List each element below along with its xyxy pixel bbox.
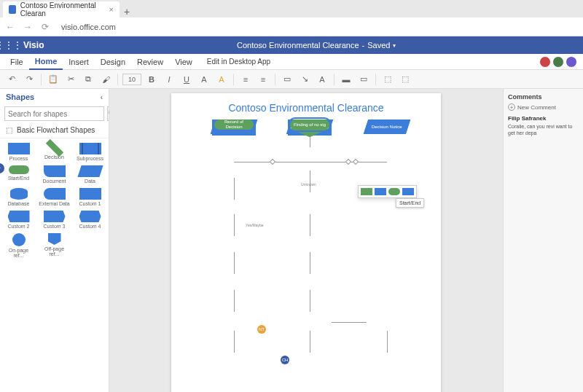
- shape-preview: [79, 188, 101, 200]
- back-icon[interactable]: ←: [4, 22, 16, 32]
- shape-stencil-item[interactable]: Custom 2: [1, 209, 36, 230]
- shape-preview: [44, 165, 66, 177]
- shape-stencil-item[interactable]: External Data: [37, 187, 71, 208]
- arrange-icon[interactable]: ⬚: [380, 72, 395, 87]
- align-icon[interactable]: ≡: [256, 72, 270, 87]
- comment-badge[interactable]: NT: [257, 325, 266, 334]
- connector[interactable]: [310, 214, 310, 236]
- connector-tool-icon[interactable]: ↘: [297, 72, 312, 87]
- browser-tab[interactable]: Contoso Environmental Clearan ×: [3, 1, 120, 17]
- tab-file[interactable]: File: [4, 54, 29, 70]
- quick-shapes-popup: [358, 185, 417, 198]
- shape-stencil-item[interactable]: Decision: [37, 141, 71, 162]
- paste-icon[interactable]: 📋: [46, 72, 60, 87]
- connector[interactable]: [234, 331, 235, 353]
- connection-handle[interactable]: [345, 159, 351, 165]
- node-record-decision[interactable]: Record of Decision: [214, 119, 254, 130]
- avatar[interactable]: [566, 56, 577, 68]
- copy-icon[interactable]: ⧉: [81, 72, 95, 87]
- connector[interactable]: [310, 252, 310, 274]
- redo-icon[interactable]: ↷: [22, 72, 36, 87]
- shape-stencil-item[interactable]: Off-page ref...: [37, 232, 71, 259]
- forward-icon[interactable]: →: [22, 22, 34, 32]
- app-launcher-icon[interactable]: ⋮⋮⋮: [0, 36, 17, 54]
- browser-tab-strip: Contoso Environmental Clearan × +: [0, 0, 583, 17]
- url-text[interactable]: visio.office.com: [57, 23, 579, 31]
- connector[interactable]: [310, 290, 310, 312]
- avatar[interactable]: [552, 56, 564, 68]
- new-tab-button[interactable]: +: [120, 6, 134, 17]
- align-icon[interactable]: ≡: [238, 72, 253, 87]
- shape-stencil-item[interactable]: Subprocess: [73, 141, 107, 162]
- italic-icon[interactable]: I: [162, 72, 176, 87]
- shape-preview: [48, 233, 61, 245]
- shape-stencil-item[interactable]: Data: [73, 164, 107, 185]
- connector[interactable]: [310, 170, 310, 192]
- comments-title: Comments: [508, 93, 579, 101]
- refresh-icon[interactable]: ⟳: [39, 22, 51, 32]
- connection-handle[interactable]: [353, 159, 359, 165]
- new-comment-button[interactable]: + New Comment: [508, 103, 579, 111]
- presence-avatars: [539, 56, 583, 68]
- quick-shape-item[interactable]: [361, 188, 372, 195]
- shape-stencil-item[interactable]: Start/End: [1, 164, 36, 185]
- shape-stencil-item[interactable]: Document: [37, 164, 71, 185]
- search-shapes-input[interactable]: [4, 106, 104, 121]
- connector[interactable]: [387, 331, 388, 353]
- connector[interactable]: [234, 162, 387, 162]
- font-color-icon[interactable]: A: [197, 72, 211, 87]
- close-tab-icon[interactable]: ×: [109, 5, 114, 14]
- shape-label: Database: [8, 201, 30, 206]
- quick-shape-item[interactable]: [388, 188, 400, 195]
- node-decision-notice[interactable]: Decision Notice: [364, 119, 410, 134]
- highlight-icon[interactable]: A: [214, 72, 229, 87]
- pointer-tool-icon[interactable]: ▭: [280, 72, 294, 87]
- shape-fill-icon[interactable]: ▬: [339, 72, 353, 87]
- connection-handle[interactable]: [270, 159, 275, 165]
- edit-in-desktop-link[interactable]: Edit in Desktop App: [207, 58, 270, 66]
- shape-label: Custom 2: [8, 224, 30, 229]
- shape-label: Data: [85, 179, 95, 184]
- cut-icon[interactable]: ✂: [63, 72, 78, 87]
- app-name: Visio: [17, 40, 50, 50]
- shape-preview: [44, 188, 66, 200]
- text-tool-icon[interactable]: A: [315, 72, 329, 87]
- shape-outline-icon[interactable]: ▭: [356, 72, 371, 87]
- ribbon-toolbar: ↶ ↷ 📋 ✂ ⧉ 🖌 10 B I U A A ≡ ≡ ▭ ↘ A ▬ ▭ ⬚…: [0, 70, 583, 89]
- connector[interactable]: [310, 331, 310, 353]
- edge-label: Yes/Maybe: [246, 223, 264, 227]
- connector[interactable]: [234, 214, 235, 236]
- shape-stencil-item[interactable]: Process: [1, 141, 36, 162]
- node-finding-no-sig[interactable]: Finding of no sig: [290, 119, 329, 130]
- group-icon[interactable]: ⬚: [398, 72, 412, 87]
- quick-shape-item[interactable]: [375, 188, 386, 195]
- connector[interactable]: [234, 252, 235, 274]
- canvas[interactable]: Contoso Environmental Clearance: [109, 89, 503, 392]
- tab-design[interactable]: Design: [95, 54, 131, 70]
- underline-icon[interactable]: U: [179, 72, 194, 87]
- shape-stencil-item[interactable]: Custom 3: [37, 209, 71, 230]
- shape-stencil-item[interactable]: Custom 4: [73, 209, 107, 230]
- connector[interactable]: [234, 290, 235, 312]
- shape-category-header[interactable]: ⬚ Basic Flowchart Shapes: [0, 122, 109, 138]
- shape-label: On-page ref...: [3, 248, 34, 258]
- tab-home[interactable]: Home: [29, 54, 63, 70]
- shape-stencil-item[interactable]: On-page ref...: [1, 232, 36, 259]
- document-title[interactable]: Contoso Environmental Clearance - Saved …: [50, 41, 583, 50]
- font-size-input[interactable]: 10: [122, 74, 141, 85]
- quick-shape-item[interactable]: [402, 188, 414, 195]
- connector[interactable]: [234, 178, 235, 200]
- format-painter-icon[interactable]: 🖌: [98, 72, 113, 87]
- collapse-panel-icon[interactable]: ‹: [101, 93, 103, 101]
- tab-insert[interactable]: Insert: [63, 54, 95, 70]
- avatar[interactable]: [539, 56, 551, 68]
- shape-stencil-item[interactable]: Database: [1, 187, 36, 208]
- connector[interactable]: [332, 322, 367, 323]
- shape-label: Decision: [44, 154, 64, 160]
- bold-icon[interactable]: B: [144, 72, 159, 87]
- undo-icon[interactable]: ↶: [4, 72, 19, 87]
- comment-badge[interactable]: CH: [281, 356, 289, 364]
- tab-view[interactable]: View: [169, 54, 198, 70]
- shape-stencil-item[interactable]: Custom 1: [73, 187, 107, 208]
- tab-review[interactable]: Review: [131, 54, 169, 70]
